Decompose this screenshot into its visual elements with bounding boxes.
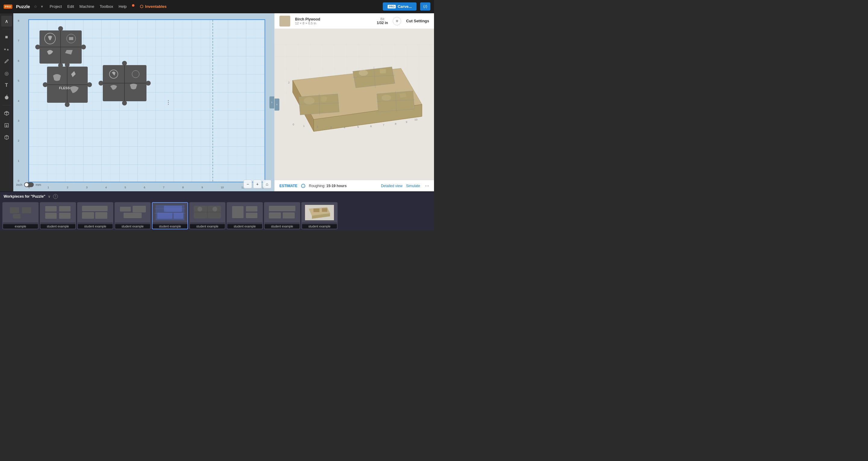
svg-rect-80 [82, 206, 107, 211]
svg-point-33 [146, 81, 151, 86]
svg-text:3: 3 [330, 126, 332, 129]
carve-label: Carve... [398, 4, 412, 9]
text-tool-btn[interactable]: T [1, 80, 12, 91]
unit-toggle-switch[interactable] [24, 182, 34, 187]
svg-rect-76 [59, 206, 70, 212]
star-triangle-icon: ★▲ [4, 48, 9, 51]
workpiece-item[interactable]: example [2, 202, 38, 229]
nav-machine[interactable]: Machine [80, 4, 94, 9]
text-icon: T [5, 83, 8, 88]
workpiece-info-icon[interactable]: ? [53, 194, 58, 199]
svg-rect-106 [283, 212, 295, 218]
import-icon [4, 123, 9, 128]
workpiece-chevron[interactable]: ∨ [48, 194, 51, 198]
svg-text:9: 9 [406, 121, 407, 124]
workpiece-thumb-3d [302, 203, 337, 222]
inventables-logo[interactable]: ⬡ Inventables [140, 4, 167, 9]
panel-handle[interactable] [168, 100, 169, 104]
svg-point-30 [122, 61, 127, 66]
3d-tool-btn[interactable] [1, 108, 12, 119]
workpiece-thumb [40, 203, 75, 222]
workpiece-item[interactable]: student example [40, 202, 76, 229]
nav-menu: Project Edit Machine Toolbox Help ⬡ Inve… [50, 4, 167, 9]
svg-rect-72 [22, 207, 31, 213]
right-collapse-btn[interactable]: › [270, 96, 274, 109]
workpiece-thumb [78, 203, 113, 222]
collapse-tool-btn[interactable]: ∧ [1, 16, 12, 27]
square-icon: ■ [5, 34, 8, 40]
bit-label: Bit [377, 17, 388, 21]
estimate-time: 15-19 hours [327, 184, 347, 188]
top-nav: PRO Puzzle ☆ ▾ Project Edit Machine Tool… [0, 0, 434, 13]
ruler-y: 876543210 [18, 19, 28, 182]
simulate-button[interactable]: Simulate [406, 184, 420, 188]
unit-toggle[interactable]: inch mm [16, 182, 41, 187]
workpiece-item[interactable]: student example [264, 202, 300, 229]
svg-text:10: 10 [414, 118, 417, 121]
svg-text:6: 6 [370, 125, 372, 128]
left-collapse-btn[interactable]: ‹ [275, 98, 279, 111]
zoom-fit-btn[interactable]: ⌂ [263, 180, 271, 188]
workpiece-item[interactable]: student example [227, 202, 263, 229]
circle-icon: ◎ [4, 70, 9, 76]
workpiece-label: student example [153, 224, 187, 229]
main-layout: ∧ ■ ★▲ ◎ T [0, 13, 434, 191]
cut-settings-button[interactable]: Cut Settings [406, 19, 429, 23]
workpiece-item[interactable]: student example [189, 202, 225, 229]
pro-badge: PRO [4, 4, 12, 9]
material-bar: Birch Plywood 12 × 8 × 0.5 in Bit 1/32 i… [275, 13, 434, 29]
workpiece-preview [5, 204, 36, 221]
more-options-btn[interactable]: ⋯ [425, 184, 429, 188]
workpiece-thumb [265, 203, 300, 222]
workpiece-item-active[interactable]: student example [152, 202, 188, 229]
nav-project[interactable]: Project [50, 4, 62, 9]
workpiece-item[interactable]: student example [115, 202, 151, 229]
svg-rect-71 [10, 207, 19, 213]
chevron-icon[interactable]: ▾ [41, 4, 43, 9]
workpiece-item-3d[interactable]: student example [301, 202, 338, 229]
svg-rect-78 [59, 213, 70, 219]
nav-help[interactable]: Help [119, 4, 127, 9]
workpiece-item[interactable]: student example [77, 202, 113, 229]
import-tool-btn[interactable] [1, 120, 12, 131]
left-toolbar: ∧ ■ ★▲ ◎ T [0, 13, 13, 191]
svg-text:2: 2 [317, 125, 318, 128]
svg-point-23 [43, 82, 48, 87]
star-icon[interactable]: ☆ [34, 4, 37, 9]
svg-rect-111 [322, 208, 327, 212]
add-bit-btn[interactable]: + [393, 17, 401, 25]
detailed-view-button[interactable]: Detailed view [381, 184, 402, 188]
cube-tool-btn[interactable] [1, 132, 12, 143]
design-canvas[interactable]: FLESS [28, 19, 265, 182]
pen-icon [4, 59, 9, 64]
svg-point-24 [65, 102, 70, 107]
shapes-tool-btn[interactable]: ■ [1, 32, 12, 42]
svg-rect-100 [232, 206, 244, 218]
estimate-info-icon[interactable]: i [301, 184, 305, 188]
toolbar-divider-1 [2, 29, 11, 29]
svg-text:5: 5 [357, 125, 359, 128]
zoom-in-btn[interactable]: + [253, 180, 261, 188]
svg-rect-75 [45, 206, 57, 212]
circle-tool-btn[interactable]: ◎ [1, 68, 12, 79]
carve-button[interactable]: PRO Carve... [383, 2, 417, 10]
embed-button[interactable]: ⟨/⟩ [420, 2, 430, 10]
nav-toolbox[interactable]: Toolbox [100, 4, 113, 9]
star-tool-btn[interactable]: ★▲ [1, 44, 12, 55]
canvas-area[interactable]: 876543210 [13, 13, 274, 191]
svg-point-51 [304, 97, 315, 104]
pen-tool-btn[interactable] [1, 56, 12, 67]
workpiece-thumb [227, 203, 262, 222]
svg-rect-102 [246, 213, 257, 218]
3d-icon [4, 111, 9, 116]
apps-tool-btn[interactable] [1, 92, 12, 103]
workpiece-thumb [3, 203, 38, 222]
nav-edit[interactable]: Edit [67, 4, 74, 9]
bit-value: 1/32 in [377, 21, 388, 25]
svg-text:4: 4 [344, 126, 345, 129]
estimate-label: ESTIMATE [279, 184, 298, 188]
workpiece-label: student example [227, 224, 262, 229]
svg-point-31 [98, 81, 103, 86]
3d-viewport[interactable]: 0 1 2 3 4 5 6 7 8 9 10 2 ‹ [275, 29, 434, 180]
zoom-out-btn[interactable]: − [244, 180, 252, 188]
